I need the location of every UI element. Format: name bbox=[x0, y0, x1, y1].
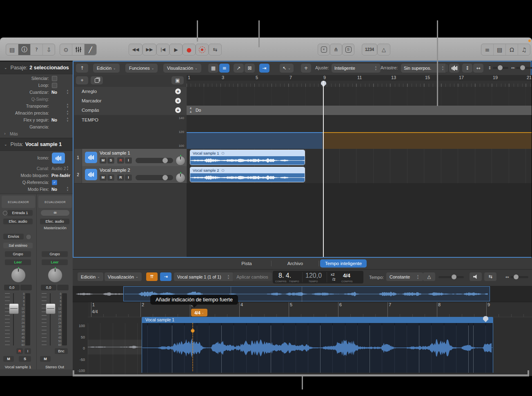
region-inspector-header[interactable]: ⌄ Pasaje: 2 seleccionados bbox=[0, 61, 73, 74]
input-slot[interactable]: Entrada 1 bbox=[7, 210, 33, 216]
metronome-volume-slider[interactable] bbox=[439, 274, 464, 280]
view-menu[interactable]: Visualización⌄ bbox=[163, 64, 201, 73]
library-icon[interactable]: ▤ bbox=[6, 44, 18, 55]
flex-seguir-value[interactable]: No bbox=[51, 117, 57, 122]
sends-slot[interactable]: Envíos bbox=[3, 234, 24, 239]
eq-thumbnail-out[interactable]: ECUALIZADOR bbox=[38, 196, 72, 208]
stepper-icon[interactable] bbox=[66, 89, 69, 94]
track-solo-button[interactable]: S bbox=[107, 157, 114, 164]
mastering-slot[interactable]: Masterización bbox=[38, 226, 73, 230]
bounce-button[interactable]: Bnc bbox=[55, 348, 68, 354]
audio-fx-slot[interactable]: Efec. audio bbox=[3, 219, 33, 224]
tab-pista[interactable]: Pista bbox=[224, 259, 269, 268]
track-volume-slider[interactable] bbox=[136, 158, 173, 163]
panel-icon[interactable]: ▣ bbox=[171, 76, 184, 84]
pan-knob[interactable] bbox=[11, 268, 26, 283]
cycle-button[interactable]: ⇆ bbox=[209, 44, 222, 55]
up-arrow-icon[interactable]: ↑ bbox=[76, 64, 88, 73]
automation-mode-out[interactable]: Leer bbox=[42, 259, 68, 265]
pointer-tool[interactable]: ↖⌄ bbox=[280, 64, 294, 73]
mixer-icon[interactable] bbox=[72, 44, 85, 55]
tracks-view-icon[interactable]: ≡ bbox=[219, 64, 229, 73]
circle-plus-icon[interactable]: + bbox=[175, 88, 181, 94]
metronome-icon[interactable]: △ bbox=[423, 272, 435, 281]
snap-playhead-icon[interactable]: ⇥ bbox=[259, 64, 269, 73]
v-zoom-icon[interactable]: ↕ bbox=[462, 64, 472, 73]
waveform-zoom-icon[interactable] bbox=[449, 64, 459, 73]
arrange-lane[interactable] bbox=[187, 87, 532, 97]
functions-menu[interactable]: Funciones⌄ bbox=[125, 64, 158, 73]
region-selector[interactable]: Vocal sample 1 (1 of 1) bbox=[174, 272, 234, 281]
global-track-marker[interactable]: Marcador+ bbox=[74, 96, 187, 106]
group-slot-out[interactable]: Grupo bbox=[42, 251, 68, 257]
cuantizar-value[interactable]: No bbox=[51, 90, 57, 95]
track-name[interactable]: Vocal sample 1 bbox=[100, 150, 130, 155]
strip-name-out[interactable]: Stereo Out bbox=[37, 365, 73, 369]
editor-edit-menu[interactable]: Edición⌄ bbox=[78, 272, 103, 281]
grid-icon[interactable]: ▦ bbox=[208, 64, 218, 73]
automation-mode[interactable]: Leer bbox=[5, 259, 31, 265]
tick-ruler[interactable] bbox=[187, 81, 532, 87]
stepper-icon[interactable] bbox=[66, 117, 69, 122]
volume-value-out[interactable]: 0,0 bbox=[41, 285, 56, 290]
modo-flex-value[interactable]: No bbox=[51, 187, 57, 192]
loop-checkbox[interactable] bbox=[52, 83, 57, 88]
tempo-lane[interactable] bbox=[187, 115, 532, 149]
eq-thumbnail[interactable]: ECUALIZADOR bbox=[2, 196, 35, 208]
marquee-icon[interactable]: ⊠ bbox=[245, 64, 255, 73]
track-name[interactable]: Vocal sample 2 bbox=[100, 168, 130, 173]
editor-lcd-mult-bottom[interactable]: /2 bbox=[332, 277, 336, 281]
rewind-button[interactable]: ◀◀ bbox=[129, 44, 142, 55]
peak-value-out[interactable] bbox=[57, 285, 69, 290]
crosshair-tool[interactable]: + bbox=[301, 64, 311, 73]
record-enable-button[interactable]: R bbox=[16, 348, 23, 354]
track-icon[interactable] bbox=[85, 152, 97, 163]
editor-wave-area[interactable]: 100500-50-100 bbox=[73, 323, 532, 376]
go-to-beginning-button[interactable]: |◀ bbox=[156, 44, 169, 55]
play-button[interactable]: ▶ bbox=[169, 44, 183, 55]
track-icon-button[interactable] bbox=[52, 153, 65, 164]
speaker-icon[interactable] bbox=[470, 272, 482, 281]
editor-h-zoom-slider[interactable]: ↔ bbox=[505, 274, 528, 280]
stepper-icon[interactable] bbox=[66, 103, 69, 108]
track-mute-button[interactable]: M bbox=[100, 175, 107, 181]
track-inspector-header[interactable]: ⌄ Pista: Vocal sample 1 bbox=[0, 138, 73, 151]
audio-region-1[interactable]: Vocal sample 1○ bbox=[190, 150, 305, 165]
playhead-line[interactable] bbox=[323, 81, 324, 257]
input-monitor-ring[interactable] bbox=[3, 211, 7, 215]
marker-lane[interactable] bbox=[187, 96, 532, 106]
track-input-button[interactable]: I bbox=[125, 175, 132, 181]
global-track-tempo[interactable]: TEMPO 140120100 bbox=[74, 115, 187, 149]
circle-plus-icon[interactable]: + bbox=[175, 107, 181, 113]
track-icon[interactable] bbox=[85, 169, 97, 180]
global-track-signature[interactable]: Compás+ bbox=[74, 106, 187, 115]
stereo-icon[interactable]: ∞ bbox=[41, 210, 69, 216]
pre-region-area[interactable] bbox=[88, 323, 142, 376]
stepper-icon[interactable] bbox=[66, 173, 69, 177]
record-button[interactable]: ● bbox=[183, 44, 196, 55]
v-zoom-slider[interactable]: ↕ bbox=[488, 65, 508, 71]
downbeat-handle[interactable] bbox=[191, 329, 195, 333]
silenciar-checkbox[interactable] bbox=[52, 76, 57, 81]
editor-lcd-mult-top[interactable]: x2 bbox=[331, 272, 335, 277]
metronome-button[interactable]: △ bbox=[377, 44, 390, 55]
mute-button[interactable]: M bbox=[3, 356, 14, 362]
global-track-arrange[interactable]: Arreglo+ bbox=[74, 87, 187, 97]
edit-menu[interactable]: Edición⌄ bbox=[93, 64, 120, 73]
pan-knob-out[interactable] bbox=[48, 268, 62, 283]
circle-plus-icon[interactable]: + bbox=[175, 98, 181, 104]
solo-button[interactable]: S bbox=[342, 44, 354, 55]
tempo-overview[interactable] bbox=[73, 286, 532, 302]
track-pan-knob[interactable] bbox=[176, 173, 185, 183]
volume-fader-out[interactable] bbox=[46, 303, 56, 314]
apply-changes-button[interactable]: Aplicar cambios bbox=[233, 272, 272, 281]
stepper-icon[interactable] bbox=[66, 166, 69, 170]
tuner-button[interactable]: ⋔ bbox=[330, 44, 342, 55]
loops-icon[interactable]: ♫ bbox=[518, 44, 530, 55]
drag-dropdown[interactable]: Sin superpos. bbox=[401, 64, 447, 73]
input-monitor-button[interactable]: I bbox=[24, 348, 31, 354]
pencil-icon[interactable]: ╱ bbox=[85, 44, 96, 55]
peak-value[interactable] bbox=[20, 285, 32, 290]
tempo-region-adapt[interactable] bbox=[187, 132, 323, 149]
cycle-icon[interactable]: ⇆ bbox=[484, 272, 496, 281]
